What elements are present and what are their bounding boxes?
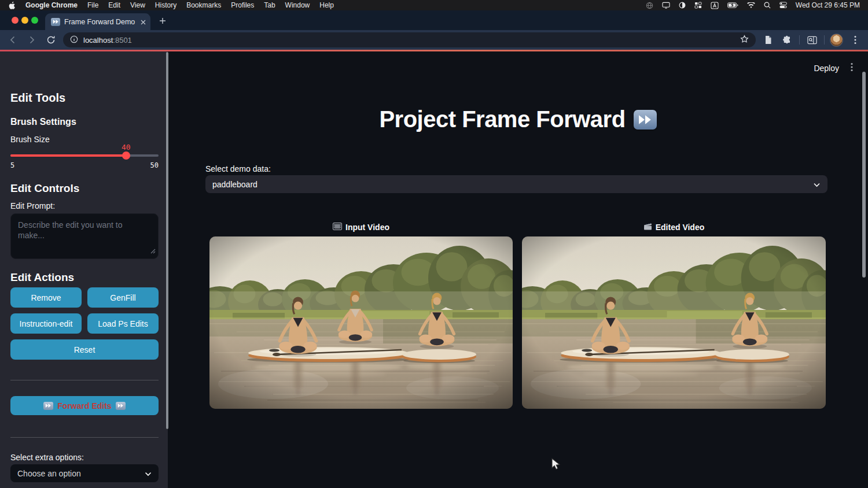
menu-bookmarks[interactable]: Bookmarks [186,1,221,9]
input-video-caption-text: Input Video [345,223,389,232]
edit-prompt-textarea[interactable]: Describe the edit you want to make... [10,213,159,259]
brush-size-value: 40 [122,143,139,151]
status-globe-icon[interactable] [646,2,653,9]
menu-tab[interactable]: Tab [264,1,275,9]
demo-data-select[interactable]: paddleboard [205,175,827,193]
slider-fill [10,154,126,157]
reload-button[interactable] [44,33,58,47]
edit-prompt-placeholder: Describe the edit you want to make... [18,220,123,240]
demo-data-label: Select demo data: [205,164,271,173]
film-frames-icon [333,223,342,232]
menu-window[interactable]: Window [285,1,310,9]
mouse-cursor [551,458,562,473]
status-wifi-icon[interactable] [747,2,755,9]
back-button[interactable] [6,33,20,47]
demo-data-value: paddleboard [212,180,258,189]
document-icon[interactable] [761,33,775,47]
clapper-board-icon [643,223,652,232]
menu-profiles[interactable]: Profiles [231,1,254,9]
bookmark-star-icon[interactable] [740,35,749,45]
tab-close-icon[interactable] [141,17,146,27]
extra-options-select[interactable]: Choose an option [10,464,159,482]
extra-options-value: Choose an option [17,469,81,478]
slider-thumb[interactable] [122,151,130,160]
menu-app-name[interactable]: Google Chrome [25,1,78,9]
fast-forward-icon [43,402,53,410]
slider-max: 50 [10,161,159,169]
screen: Google Chrome File Edit View History Boo… [0,0,868,488]
toolbar-separator [824,35,825,45]
sidebar: Edit Tools Brush Settings Brush Size 40 … [0,50,168,488]
status-display-icon[interactable] [662,2,670,9]
edit-tools-heading: Edit Tools [10,91,159,105]
macos-menu-bar: Google Chrome File Edit View History Boo… [0,0,868,10]
new-tab-button[interactable] [157,16,167,25]
forward-edits-button[interactable]: Forward Edits [10,396,159,415]
page-scrollbar[interactable] [862,72,866,278]
window-close-button[interactable] [12,17,19,24]
edited-video-scene [522,236,826,409]
resize-handle[interactable] [150,246,156,256]
page-title-text: Project Frame Forward [379,106,625,132]
edited-video-caption: Edited Video [522,223,826,232]
profile-avatar[interactable] [830,34,843,47]
address-bar[interactable]: localhost:8501 [63,32,756,47]
menu-view[interactable]: View [130,1,145,9]
status-input-source-icon[interactable] [711,2,719,9]
side-panel-search-icon[interactable] [805,33,819,47]
status-stage-manager-icon[interactable] [694,2,702,9]
main-content: Deploy Project Frame Forward Select demo… [168,50,868,488]
status-spotlight-icon[interactable] [764,2,771,9]
browser-menu-kebab-icon[interactable] [848,33,862,47]
forward-button[interactable] [25,33,39,47]
decoration-bar [0,50,868,51]
edit-prompt-label: Edit Prompt: [10,201,159,210]
chevron-down-icon [813,179,821,190]
status-control-center-icon[interactable] [779,2,787,9]
divider [10,437,159,438]
extensions-puzzle-icon[interactable] [780,33,794,47]
status-contrast-icon[interactable] [679,2,686,9]
reset-button[interactable]: Reset [10,339,159,360]
app-menu-kebab-icon[interactable] [851,62,853,74]
remove-button[interactable]: Remove [10,287,82,308]
fast-forward-emoji-icon [634,110,657,130]
status-battery-icon[interactable] [727,2,738,8]
genfill-button[interactable]: GenFill [87,287,159,308]
menu-edit[interactable]: Edit [108,1,120,9]
forward-edits-label: Forward Edits [57,401,111,411]
deploy-button[interactable]: Deploy [814,64,839,73]
brush-size-slider[interactable] [10,154,159,157]
fast-forward-icon [116,402,126,410]
input-video-caption: Input Video [209,223,513,232]
input-video-scene [209,236,513,409]
site-info-icon[interactable] [70,35,78,45]
edited-video-caption-text: Edited Video [656,223,705,232]
edited-video-frame [522,236,826,409]
window-minimize-button[interactable] [21,17,28,24]
toolbar-separator [799,35,800,45]
edit-controls-heading: Edit Controls [10,182,159,195]
window-zoom-button[interactable] [31,17,38,24]
input-video-frame [209,236,513,409]
chrome-toolbar: localhost:8501 [0,30,868,50]
url-host: localhost [83,36,113,45]
instruction-edit-button[interactable]: Instruction-edit [10,313,82,334]
load-ps-edits-button[interactable]: Load Ps Edits [87,313,159,334]
browser-tab[interactable]: Frame Forward Demo [45,13,150,30]
brush-settings-heading: Brush Settings [10,117,159,127]
streamlit-page: Edit Tools Brush Settings Brush Size 40 … [0,50,868,488]
menu-clock[interactable]: Wed Oct 29 6:45 PM [796,1,860,9]
edit-actions-heading: Edit Actions [10,271,159,284]
tab-title: Frame Forward Demo [64,18,137,26]
menu-help[interactable]: Help [319,1,334,9]
menu-history[interactable]: History [155,1,176,9]
chrome-tab-strip: Frame Forward Demo [0,10,868,30]
apple-logo-icon[interactable] [8,1,16,10]
fast-forward-favicon-icon [51,18,60,26]
chevron-down-icon [145,468,152,479]
url-port: :8501 [113,36,132,45]
divider [10,380,159,380]
menu-file[interactable]: File [87,1,98,9]
extra-options-label: Select extra options: [10,453,159,462]
